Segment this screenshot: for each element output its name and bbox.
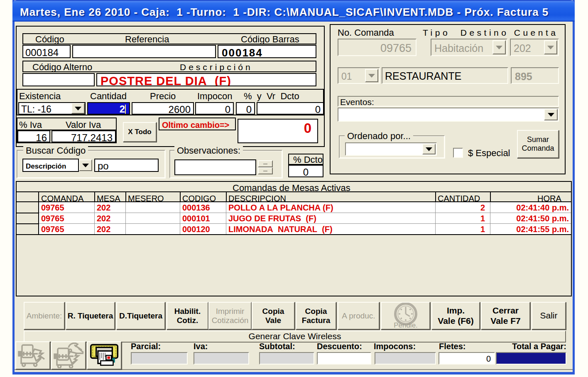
svg-text:Pendie.: Pendie. bbox=[394, 321, 418, 329]
